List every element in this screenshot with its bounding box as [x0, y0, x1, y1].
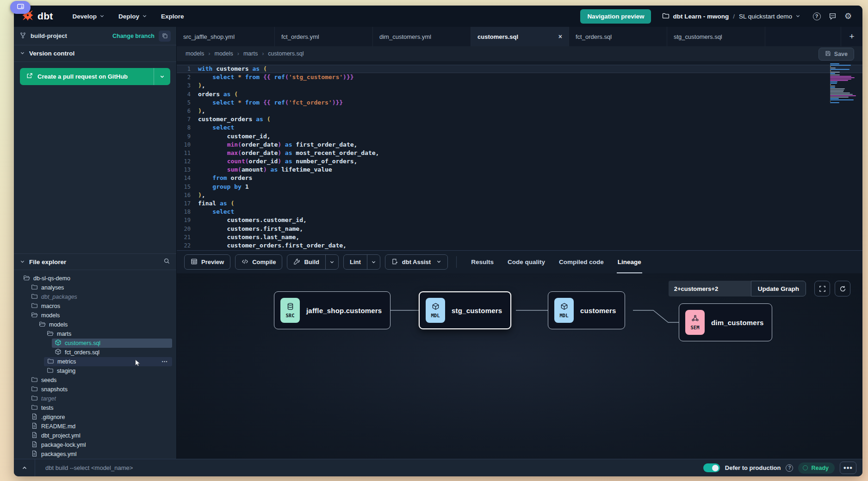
chevron-up-icon[interactable] — [14, 459, 35, 476]
command-input[interactable]: dbt build --select <model_name> — [45, 464, 133, 471]
dbt-assist-button[interactable]: dbt Assist — [385, 254, 448, 270]
menu-develop[interactable]: Develop — [67, 10, 111, 23]
panel-tab-compiled-code[interactable]: Compiled code — [552, 251, 611, 273]
fullscreen-icon[interactable] — [814, 281, 830, 296]
panel-tab-lineage[interactable]: Lineage — [611, 251, 648, 273]
tree-item-target[interactable]: target — [28, 394, 172, 403]
dbt-assist-button-main[interactable]: dbt Assist — [385, 255, 447, 269]
database-icon — [286, 302, 294, 311]
badge-label: MDL — [560, 313, 569, 318]
lineage-node-dim-customers[interactable]: SEMdim_customers — [679, 303, 772, 341]
tree-item-label: macros — [41, 303, 60, 309]
panel-tab-code-quality[interactable]: Code quality — [501, 251, 552, 273]
tree-item-snapshots[interactable]: snapshots — [28, 385, 172, 394]
update-graph-button[interactable]: Update Graph — [751, 281, 806, 296]
external-link-icon — [26, 73, 33, 80]
tree-item-dbt-project-yml[interactable]: dbt_project.yml — [28, 431, 172, 440]
tab-label: fct_orders.yml — [281, 33, 319, 40]
line-number: 9 — [177, 132, 198, 141]
code-line: 13 sum(amount) as lifetime_value — [177, 166, 862, 174]
project-breadcrumb[interactable]: dbt Learn - mwong / SL quickstart demo — [662, 12, 800, 21]
code-line: 21 customers.last_name, — [177, 233, 862, 241]
more-options-button[interactable]: ••• — [840, 462, 856, 474]
file-explorer-header[interactable]: File explorer — [14, 253, 176, 270]
breadcrumb: models › models › marts › customers.sql … — [177, 46, 862, 61]
build-button-main[interactable]: Build — [287, 255, 325, 269]
file-icon — [31, 432, 38, 440]
model-icon — [55, 339, 62, 347]
tab-dim_customers.yml[interactable]: dim_customers.yml — [373, 27, 471, 46]
navigation-preview-button[interactable]: Navigation preview — [580, 9, 651, 24]
lint-button[interactable]: Lint — [343, 254, 380, 270]
status-bar: dbt build --select <model_name> Defer to… — [14, 459, 862, 476]
action-label: Build — [304, 259, 319, 265]
close-icon[interactable]: × — [558, 33, 562, 40]
code-line: 1with customers as ( — [177, 65, 862, 73]
tree-item-dbt-packages[interactable]: dbt_packages — [28, 292, 172, 302]
panel-tab-results[interactable]: Results — [464, 251, 501, 273]
tree-item-readme-md[interactable]: README.md — [28, 422, 172, 431]
code-line: 23 customer_orders.most_recent_order_dat… — [177, 250, 862, 250]
code-line: 18 select — [177, 208, 862, 216]
lineage-node-customers[interactable]: MDLcustomers — [548, 291, 625, 329]
defer-toggle[interactable] — [703, 463, 720, 472]
lineage-node-stg-customers[interactable]: MDLstg_customers — [419, 291, 511, 329]
lineage-node-jaffle-shop-customers[interactable]: SRCjaffle_shop.customers — [274, 291, 391, 329]
tree-item-macros[interactable]: macros — [28, 302, 172, 311]
tree-item-analyses[interactable]: analyses — [28, 283, 172, 292]
build-dropdown[interactable] — [325, 255, 338, 269]
lineage-filter-input[interactable]: 2+customers+2 — [669, 281, 751, 296]
lint-button-main[interactable]: Lint — [344, 255, 367, 269]
new-tab-button[interactable]: + — [841, 27, 862, 46]
build-button[interactable]: Build — [287, 254, 339, 270]
menu-explore[interactable]: Explore — [155, 10, 190, 23]
tree-item-db-sl-qs-demo[interactable]: db-sl-qs-demo — [20, 274, 172, 283]
tree-item-staging[interactable]: staging — [44, 366, 172, 376]
tree-item-marts[interactable]: marts — [44, 329, 172, 339]
code-line: 7customer_orders as ( — [177, 115, 862, 123]
tab-customers.sql[interactable]: customers.sql× — [471, 27, 569, 46]
search-icon[interactable] — [163, 258, 170, 266]
folder-open-icon — [47, 330, 54, 338]
tree-item-metrics[interactable]: metrics⋯ — [44, 357, 172, 366]
tab-fct_orders.yml[interactable]: fct_orders.yml — [275, 27, 373, 46]
compile-button[interactable]: Compile — [235, 254, 282, 270]
create-pr-button[interactable]: Create a pull request on GitHub — [20, 68, 170, 85]
tab-fct_orders.sql[interactable]: fct_orders.sql — [569, 27, 667, 46]
tab-src_jaffle_shop.yml[interactable]: src_jaffle_shop.yml — [177, 27, 275, 46]
create-pr-dropdown[interactable] — [154, 68, 170, 85]
row-options-icon[interactable]: ⋯ — [161, 358, 168, 365]
tree-item--gitignore[interactable]: .gitignore — [28, 413, 172, 422]
minimap[interactable] — [830, 63, 857, 104]
tab-label: stg_customers.sql — [674, 33, 722, 40]
tree-item-models[interactable]: models — [36, 320, 172, 329]
folder-icon — [31, 385, 38, 394]
tree-item-tests[interactable]: tests — [28, 403, 172, 413]
menu-deploy[interactable]: Deploy — [113, 10, 153, 23]
line-number: 11 — [177, 149, 198, 157]
refresh-icon[interactable] — [835, 281, 850, 296]
lineage-panel: SRCjaffle_shop.customersMDLstg_customers… — [177, 273, 862, 459]
tree-item-packages-yml[interactable]: packages.yml — [28, 450, 172, 459]
compile-button-main[interactable]: Compile — [236, 255, 282, 269]
preview-button-main[interactable]: Preview — [185, 255, 230, 269]
feedback-icon[interactable] — [825, 9, 839, 23]
copy-icon[interactable] — [159, 31, 171, 42]
preview-button[interactable]: Preview — [184, 254, 230, 270]
tree-item-label: dbt_packages — [41, 294, 77, 300]
tree-item-fct-orders-sql[interactable]: fct_orders.sql — [52, 348, 172, 357]
save-button[interactable]: Save — [818, 48, 854, 61]
tree-item-package-lock-yml[interactable]: package-lock.yml — [28, 440, 172, 450]
version-control-header[interactable]: Version control — [14, 45, 176, 62]
tree-item-seeds[interactable]: seeds — [28, 376, 172, 385]
defer-help-icon[interactable]: ? — [786, 464, 793, 472]
settings-gear-icon[interactable]: ⚙ — [841, 9, 855, 23]
tree-item-models[interactable]: models — [28, 311, 172, 320]
help-icon[interactable]: ? — [810, 9, 824, 23]
tree-item-customers-sql[interactable]: customers.sql — [52, 339, 172, 348]
lint-dropdown[interactable] — [367, 255, 380, 269]
tab-stg_customers.sql[interactable]: stg_customers.sql — [667, 27, 765, 46]
change-branch-link[interactable]: Change branch — [112, 33, 155, 39]
create-pr-button-main[interactable]: Create a pull request on GitHub — [20, 68, 154, 85]
code-editor[interactable]: 1with customers as (2 select * from {{ r… — [177, 61, 862, 250]
